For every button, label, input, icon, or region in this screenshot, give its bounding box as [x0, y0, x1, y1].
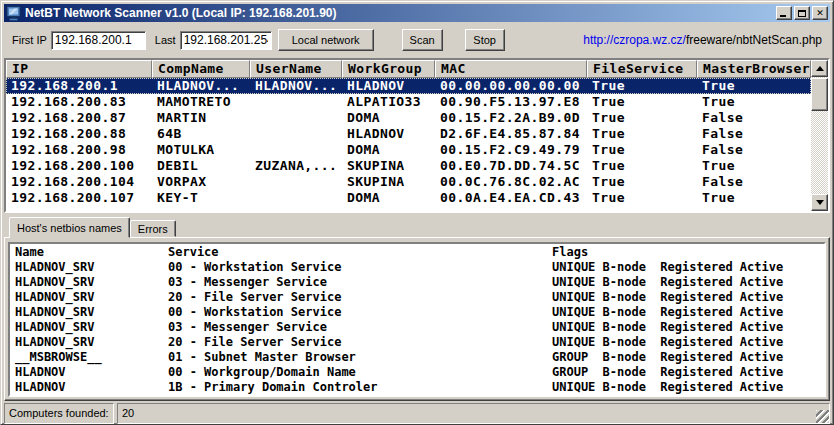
- column-header-username[interactable]: UserName: [250, 60, 342, 78]
- status-label: Computers founded:: [4, 403, 114, 424]
- netbios-row[interactable]: __MSBROWSE__01 - Subnet Master BrowserGR…: [10, 350, 824, 365]
- netbios-row[interactable]: HLADNOV_SRV00 - Workstation ServiceUNIQU…: [10, 260, 824, 275]
- cell-comp: MAMOTRETO: [152, 94, 250, 110]
- table-row[interactable]: 192.168.200.98MOTULKADOMA00.15.F2.C9.49.…: [6, 142, 811, 158]
- homepage-link-domain[interactable]: http://czropa.wz.cz/: [583, 33, 686, 47]
- netbios-service: 20 - File Server Service: [168, 290, 552, 305]
- scan-button[interactable]: Scan: [402, 29, 443, 51]
- netbios-row[interactable]: HLADNOV_SRV03 - Messenger ServiceUNIQUE …: [10, 320, 824, 335]
- cell-ip: 192.168.200.104: [6, 174, 152, 190]
- netbios-row[interactable]: HLADNOV_SRV00 - Workstation ServiceUNIQU…: [10, 305, 824, 320]
- netbios-flags: UNIQUE B-node Registered Active: [552, 380, 824, 395]
- cell-user: ZUZANA,...: [250, 158, 342, 174]
- cell-mac: 00.90.F5.13.97.E8: [435, 94, 587, 110]
- maximize-button[interactable]: [794, 6, 810, 20]
- cell-workgroup: DOMA: [342, 110, 435, 126]
- table-row[interactable]: 192.168.200.8864BHLADNOVD2.6F.E4.85.87.8…: [6, 126, 811, 142]
- table-row[interactable]: 192.168.200.87MARTINDOMA00.15.F2.2A.B9.0…: [6, 110, 811, 126]
- netbios-flags: UNIQUE B-node Registered Active: [552, 290, 824, 305]
- cell-ip: 192.168.200.1: [6, 78, 152, 94]
- table-row[interactable]: 192.168.200.107KEY-TDOMA00.0A.E4.EA.CD.4…: [6, 190, 811, 206]
- title-bar[interactable]: NetBT Network Scanner v1.0 (Local IP: 19…: [4, 4, 830, 22]
- cell-file_service: True: [587, 190, 697, 206]
- cell-master_browser: False: [697, 110, 811, 126]
- table-row[interactable]: 192.168.200.104VORPAXSKUPINA00.0C.76.8C.…: [6, 174, 811, 190]
- app-window: NetBT Network Scanner v1.0 (Local IP: 19…: [0, 0, 834, 425]
- arrow-down-icon: [816, 200, 824, 205]
- tab-panel: Name Service Flags HLADNOV_SRV00 - Works…: [4, 237, 830, 401]
- column-header-mac[interactable]: MAC: [435, 60, 587, 78]
- cell-user: [250, 110, 342, 126]
- table-row[interactable]: 192.168.200.83MAMOTRETOALPATIO3300.90.F5…: [6, 94, 811, 110]
- local-network-button[interactable]: Local network: [278, 29, 374, 51]
- netbios-row[interactable]: HLADNOV1B - Primary Domain ControlerUNIQ…: [10, 380, 824, 395]
- netbios-listbox[interactable]: Name Service Flags HLADNOV_SRV00 - Works…: [8, 242, 826, 397]
- scrollbar-thumb[interactable]: [811, 78, 828, 111]
- cell-master_browser: False: [697, 126, 811, 142]
- netbios-service: 03 - Messenger Service: [168, 275, 552, 290]
- cell-ip: 192.168.200.87: [6, 110, 152, 126]
- cell-comp: HLADNOV...: [152, 78, 250, 94]
- scroll-down-button[interactable]: [811, 194, 828, 211]
- cell-comp: KEY-T: [152, 190, 250, 206]
- cell-mac: 00.15.F2.C9.49.79: [435, 142, 587, 158]
- cell-comp: MARTIN: [152, 110, 250, 126]
- netbios-row[interactable]: HLADNOV_SRV03 - Messenger ServiceUNIQUE …: [10, 275, 824, 290]
- cell-mac: 00.0C.76.8C.02.AC: [435, 174, 587, 190]
- netbios-flags: UNIQUE B-node Registered Active: [552, 320, 824, 335]
- cell-file_service: True: [587, 158, 697, 174]
- column-header-ip[interactable]: IP: [6, 60, 152, 78]
- hosts-table-header: IPCompNameUserNameWorkGroupMACFileServic…: [6, 60, 811, 78]
- minimize-button[interactable]: [776, 6, 792, 20]
- cell-user: HLADNOV...: [250, 78, 342, 94]
- netbios-row[interactable]: HLADNOV_SRV20 - File Server ServiceUNIQU…: [10, 335, 824, 350]
- last-ip-label: Last: [155, 34, 176, 46]
- netbios-flags: UNIQUE B-node Registered Active: [552, 335, 824, 350]
- cell-workgroup: DOMA: [342, 190, 435, 206]
- first-ip-label: First IP: [12, 34, 47, 46]
- minimize-icon: [780, 15, 786, 17]
- cell-user: [250, 142, 342, 158]
- cell-user: [250, 190, 342, 206]
- cell-mac: 00.15.F2.2A.B9.0D: [435, 110, 587, 126]
- close-button[interactable]: ✕: [812, 6, 828, 20]
- first-ip-input[interactable]: [51, 31, 146, 50]
- status-bar: Computers founded: 20: [4, 403, 830, 424]
- tab-errors[interactable]: Errors: [130, 220, 176, 237]
- cell-file_service: True: [587, 110, 697, 126]
- cell-master_browser: False: [697, 174, 811, 190]
- cell-workgroup: HLADNOV: [342, 126, 435, 142]
- netbios-name: HLADNOV_SRV: [15, 305, 168, 320]
- column-header-workgroup[interactable]: WorkGroup: [342, 60, 435, 78]
- tab-hosts-netbios-names[interactable]: Host's netbios names: [9, 217, 130, 238]
- resize-grip[interactable]: [816, 410, 829, 423]
- app-icon: [6, 6, 22, 21]
- cell-workgroup: DOMA: [342, 142, 435, 158]
- table-row[interactable]: 192.168.200.100DEBILZUZANA,...SKUPINA00.…: [6, 158, 811, 174]
- cell-user: [250, 94, 342, 110]
- netbios-row[interactable]: HLADNOV00 - Workgroup/Domain NameGROUP B…: [10, 365, 824, 380]
- netbios-row[interactable]: HLADNOV_SRV20 - File Server ServiceUNIQU…: [10, 290, 824, 305]
- cell-ip: 192.168.200.88: [6, 126, 152, 142]
- column-header-masterbrowser[interactable]: MasterBrowser: [697, 60, 811, 78]
- netbios-name: HLADNOV_SRV: [15, 260, 168, 275]
- netbios-header-service: Service: [168, 245, 552, 260]
- cell-ip: 192.168.200.83: [6, 94, 152, 110]
- close-icon: ✕: [816, 9, 824, 18]
- homepage-link[interactable]: http://czropa.wz.cz/freeware/nbtNetScan.…: [583, 33, 822, 47]
- netbios-flags: UNIQUE B-node Registered Active: [552, 260, 824, 275]
- cell-ip: 192.168.200.98: [6, 142, 152, 158]
- stop-button[interactable]: Stop: [465, 29, 505, 51]
- cell-master_browser: True: [697, 94, 811, 110]
- column-header-compname[interactable]: CompName: [152, 60, 250, 78]
- netbios-header-name: Name: [15, 245, 168, 260]
- netbios-flags: GROUP B-node Registered Active: [552, 365, 824, 380]
- table-row[interactable]: 192.168.200.1HLADNOV...HLADNOV...HLADNOV…: [6, 78, 811, 94]
- cell-file_service: True: [587, 174, 697, 190]
- last-ip-input[interactable]: [180, 31, 272, 50]
- column-header-fileservice[interactable]: FileService: [587, 60, 697, 78]
- vertical-scrollbar[interactable]: [811, 60, 828, 211]
- cell-ip: 192.168.200.100: [6, 158, 152, 174]
- scroll-up-button[interactable]: [811, 60, 828, 77]
- cell-workgroup: SKUPINA: [342, 158, 435, 174]
